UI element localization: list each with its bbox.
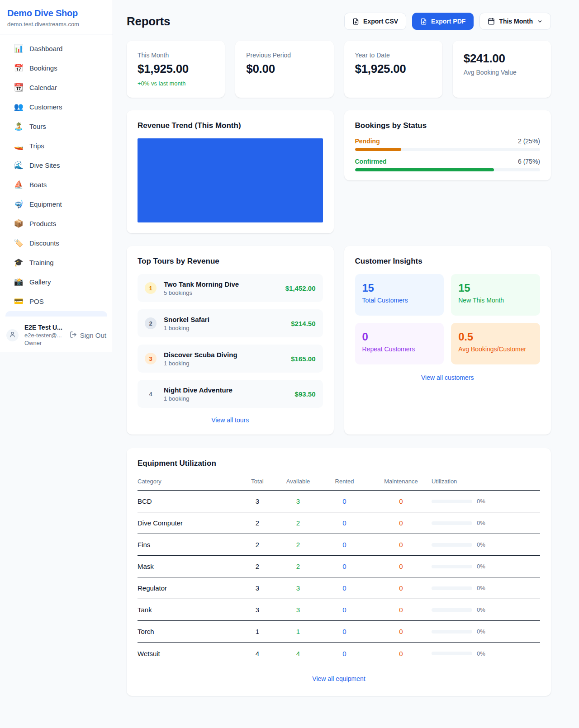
tour-bookings: 1 booking (164, 325, 285, 331)
tour-info: Snorkel Safari 1 booking (164, 316, 285, 331)
status-bar-track (355, 148, 541, 151)
logout-icon (70, 331, 77, 340)
sidebar-item-customers[interactable]: 👥 Customers (5, 97, 107, 117)
equipment-category: Tank (138, 606, 237, 614)
sidebar-item-dashboard[interactable]: 📊 Dashboard (5, 39, 107, 58)
sidebar-item-partial[interactable] (5, 311, 107, 317)
utilization-bar-track (432, 565, 472, 568)
view-all-customers-link[interactable]: View all customers (355, 374, 541, 381)
stat-label: This Month (138, 52, 214, 59)
sidebar-item-icon: 🚤 (14, 141, 24, 151)
sidebar-user-section: E2E Test U... e2e-tester@... Owner Sign … (0, 319, 113, 352)
revenue-trend-card: Revenue Trend (This Month) (127, 110, 334, 233)
equipment-total: 4 (237, 650, 278, 657)
column-header-available: Available (278, 478, 318, 485)
rank-badge: 1 (145, 282, 157, 294)
stat-label: Avg Booking Value (464, 69, 540, 76)
sidebar-item-products[interactable]: 📦 Products (5, 214, 107, 233)
sidebar-item-calendar[interactable]: 📆 Calendar (5, 78, 107, 97)
user-name: E2E Test U... (24, 324, 64, 331)
equipment-rented: 0 (318, 628, 370, 635)
sidebar-item-icon: 📊 (14, 44, 24, 53)
equipment-maintenance: 0 (370, 519, 432, 527)
equipment-category: Dive Computer (138, 519, 237, 527)
sidebar-item-label: Bookings (29, 64, 57, 72)
tile-value: 15 (458, 282, 533, 294)
view-all-tours-link[interactable]: View all tours (138, 416, 323, 424)
stat-card-year-to-date: Year to Date $1,925.00 (344, 41, 442, 98)
sidebar-header: Demo Dive Shop demo.test.divestreams.com (0, 0, 113, 34)
export-pdf-button[interactable]: Export PDF (412, 13, 474, 30)
tour-name: Discover Scuba Diving (164, 351, 285, 359)
sidebar-item-label: POS (29, 298, 44, 305)
equipment-row: Dive Computer 2 2 0 0 0% (138, 512, 540, 534)
sidebar-item-icon: 📆 (14, 83, 24, 92)
equipment-rented: 0 (318, 650, 370, 657)
user-role: Owner (24, 340, 64, 346)
equipment-table-body: BCD 3 3 0 0 0% Dive Computer 2 2 0 0 0% … (138, 491, 540, 664)
sidebar-item-boats[interactable]: ⛵ Boats (5, 175, 107, 194)
sidebar-item-pos[interactable]: 💳 POS (5, 292, 107, 311)
export-csv-button[interactable]: Export CSV (344, 13, 406, 30)
period-dropdown[interactable]: This Month (479, 13, 551, 30)
equipment-maintenance: 0 (370, 606, 432, 614)
page-title: Reports (127, 14, 170, 28)
equipment-rented: 0 (318, 584, 370, 592)
equipment-row: Regulator 3 3 0 0 0% (138, 577, 540, 599)
main-content: Reports Export CSV Export PDF (113, 0, 579, 714)
column-header-maintenance: Maintenance (370, 478, 432, 485)
equipment-available: 3 (278, 497, 318, 505)
tour-bookings: 5 bookings (164, 289, 280, 296)
utilization-percent: 0% (477, 541, 485, 548)
sidebar-item-label: Gallery (29, 278, 51, 286)
equipment-rented: 0 (318, 497, 370, 505)
utilization-percent: 0% (477, 520, 485, 526)
sidebar-item-label: Trips (29, 142, 44, 150)
sidebar-item-icon: 📅 (14, 63, 24, 73)
stat-value: $241.00 (464, 52, 540, 66)
sidebar-item-gallery[interactable]: 📸 Gallery (5, 272, 107, 292)
utilization-bar-track (432, 543, 472, 547)
sidebar-item-bookings[interactable]: 📅 Bookings (5, 58, 107, 78)
app-root: Demo Dive Shop demo.test.divestreams.com… (0, 0, 579, 714)
utilization-bar-track (432, 586, 472, 590)
tour-info: Discover Scuba Diving 1 booking (164, 351, 285, 367)
equipment-category: BCD (138, 497, 237, 505)
view-all-equipment-link[interactable]: View all equipment (138, 675, 540, 682)
equipment-total: 3 (237, 497, 278, 505)
tour-info: Night Dive Adventure 1 booking (164, 386, 290, 402)
stat-label: Previous Period (246, 52, 323, 59)
sidebar-item-icon: 💳 (14, 297, 24, 306)
bookings-by-status-card: Bookings by Status Pending 2 (25%) Confi… (344, 110, 551, 180)
equipment-table: Category Total Available Rented Maintena… (138, 474, 540, 664)
sign-out-button[interactable]: Sign Out (70, 331, 106, 340)
equipment-row: Wetsuit 4 4 0 0 0% (138, 643, 540, 664)
equipment-utilization-cell: 0% (432, 541, 540, 548)
equipment-utilization-cell: 0% (432, 520, 540, 526)
equipment-maintenance: 0 (370, 584, 432, 592)
stat-card-avg-booking-value: $241.00 Avg Booking Value (453, 41, 551, 98)
chevron-down-icon (537, 19, 543, 24)
stat-change: +0% vs last month (138, 80, 214, 87)
equipment-utilization-title: Equipment Utilization (138, 459, 540, 468)
status-row: Pending 2 (25%) (355, 137, 541, 151)
sidebar-item-training[interactable]: 🎓 Training (5, 253, 107, 272)
sidebar-item-dive-sites[interactable]: 🌊 Dive Sites (5, 156, 107, 175)
sidebar-item-discounts[interactable]: 🏷️ Discounts (5, 233, 107, 253)
insight-tile: 15 Total Customers (355, 274, 444, 316)
page-header: Reports Export CSV Export PDF (127, 13, 551, 30)
insights-grid: 15 Total Customers 15 New This Month 0 R… (355, 274, 541, 364)
sidebar-item-icon: 🌊 (14, 161, 24, 170)
equipment-category: Regulator (138, 584, 237, 592)
user-avatar (6, 329, 19, 341)
equipment-row: Tank 3 3 0 0 0% (138, 599, 540, 621)
equipment-category: Wetsuit (138, 650, 237, 657)
tour-row: 3 Discover Scuba Diving 1 booking $165.0… (138, 345, 323, 373)
sidebar-item-trips[interactable]: 🚤 Trips (5, 136, 107, 156)
sidebar-item-tours[interactable]: 🏝️ Tours (5, 117, 107, 136)
sidebar-item-equipment[interactable]: 🤿 Equipment (5, 194, 107, 214)
utilization-bar-track (432, 652, 472, 655)
rank-badge: 2 (145, 317, 157, 329)
equipment-utilization-cell: 0% (432, 628, 540, 635)
equipment-total: 3 (237, 606, 278, 614)
